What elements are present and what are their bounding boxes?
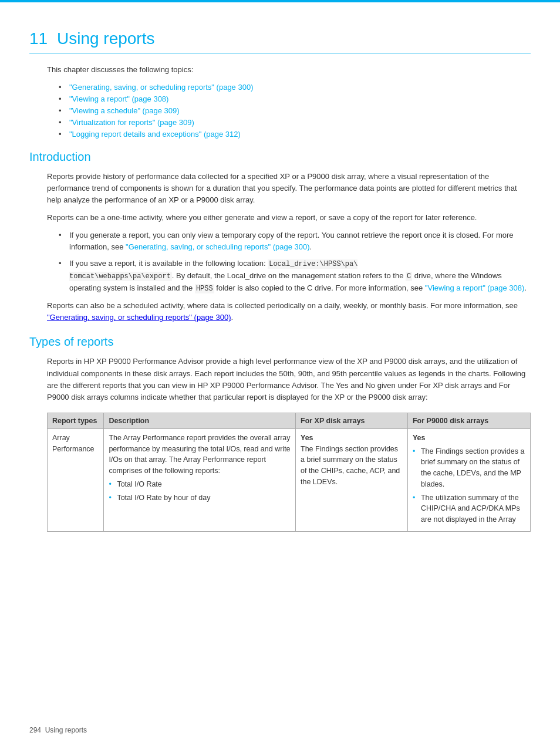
bullet-2-code2: C (406, 272, 412, 281)
table-row: Array Performance The Array Performance … (48, 428, 531, 531)
p9000-bullet-2: The utilization summary of the CHIP/CHA … (413, 492, 525, 525)
bullet-2-text-middle: . By default, the Local_drive on the man… (172, 271, 406, 280)
top-border (0, 0, 560, 2)
topic-link-4[interactable]: "Virtualization for reports" (page 309) (69, 118, 194, 127)
p9000-bullets: The Findings section provides a brief su… (413, 446, 525, 525)
bullet-item-2: If you save a report, it is available in… (59, 258, 531, 294)
chapter-number: 11 (29, 29, 48, 48)
desc-bullet-2: Total I/O Rate by hour of day (109, 492, 291, 504)
last-para-before: Reports can also be a scheduled activity… (47, 301, 518, 310)
bullet-1-text-after: . (310, 242, 312, 251)
bullet-item-1: If you generate a report, you can only v… (59, 229, 531, 253)
bullet-2-text-before: If you save a report, it is available in… (69, 259, 268, 268)
bullet-2-text-after: . (524, 283, 527, 292)
col-header-xp: For XP disk arrays (296, 413, 408, 428)
cell-report-type: Array Performance (48, 428, 104, 531)
col-header-report-types: Report types (48, 413, 104, 428)
bullet-1-link[interactable]: "Generating, saving, or scheduling repor… (126, 242, 309, 251)
intro-text: This chapter discusses the following top… (47, 64, 531, 76)
topic-link-3[interactable]: "Viewing a schedule" (page 309) (69, 106, 180, 115)
introduction-last-para: Reports can also be a scheduled activity… (47, 300, 531, 323)
xp-details: The Findings section provides a brief su… (301, 445, 400, 486)
last-para-link[interactable]: "Generating, saving, or scheduling repor… (47, 313, 231, 322)
types-of-reports-para: Reports in HP XP P9000 Performance Advis… (47, 356, 531, 403)
cell-xp: Yes The Findings section provides a brie… (296, 428, 408, 531)
bullet-2-code3: HPSS (195, 284, 214, 293)
desc-intro: The Array Performance report provides th… (109, 434, 290, 475)
topic-link-5[interactable]: "Logging report details and exceptions" … (69, 130, 241, 139)
cell-p9000: Yes The Findings section provides a brie… (407, 428, 530, 531)
introduction-bullets: If you generate a report, you can only v… (59, 229, 531, 294)
page-container: 11 Using reports This chapter discusses … (0, 0, 560, 746)
list-item: "Logging report details and exceptions" … (59, 130, 531, 139)
col-header-description: Description (104, 413, 296, 428)
introduction-para-2: Reports can be a one-time activity, wher… (47, 212, 531, 224)
list-item: "Virtualization for reports" (page 309) (59, 118, 531, 127)
report-types-table: Report types Description For XP disk arr… (47, 413, 531, 532)
report-types-table-container: Report types Description For XP disk arr… (47, 413, 531, 532)
xp-yes: Yes (301, 434, 313, 442)
last-para-after: . (231, 313, 233, 322)
col-header-p9000: For P9000 disk arrays (407, 413, 530, 428)
topics-list: "Generating, saving, or scheduling repor… (59, 83, 531, 139)
p9000-yes: Yes (413, 434, 426, 442)
introduction-para-1: Reports provide history of performance d… (47, 171, 531, 206)
chapter-title: 11 Using reports (29, 29, 531, 53)
list-item: "Viewing a report" (page 308) (59, 94, 531, 103)
cell-description: The Array Performance report provides th… (104, 428, 296, 531)
table-header-row: Report types Description For XP disk arr… (48, 413, 531, 428)
desc-bullet-1: Total I/O Rate (109, 479, 291, 490)
topic-link-1[interactable]: "Generating, saving, or scheduling repor… (69, 83, 253, 92)
list-item: "Viewing a schedule" (page 309) (59, 106, 531, 115)
introduction-heading: Introduction (29, 150, 531, 164)
footer-label: Using reports (45, 726, 87, 734)
page-footer: 294 Using reports (29, 726, 87, 734)
topic-link-2[interactable]: "Viewing a report" (page 308) (69, 94, 168, 103)
bullet-2-text-middle3: folder is also copied to the C drive. Fo… (214, 283, 425, 292)
chapter-title-text: Using reports (57, 29, 155, 48)
footer-page-number: 294 (29, 726, 41, 734)
p9000-bullet-1: The Findings section provides a brief su… (413, 446, 525, 490)
list-item: "Generating, saving, or scheduling repor… (59, 83, 531, 92)
desc-bullets: Total I/O Rate Total I/O Rate by hour of… (109, 479, 291, 504)
types-of-reports-heading: Types of reports (29, 335, 531, 349)
bullet-2-link[interactable]: "Viewing a report" (page 308) (425, 283, 524, 292)
